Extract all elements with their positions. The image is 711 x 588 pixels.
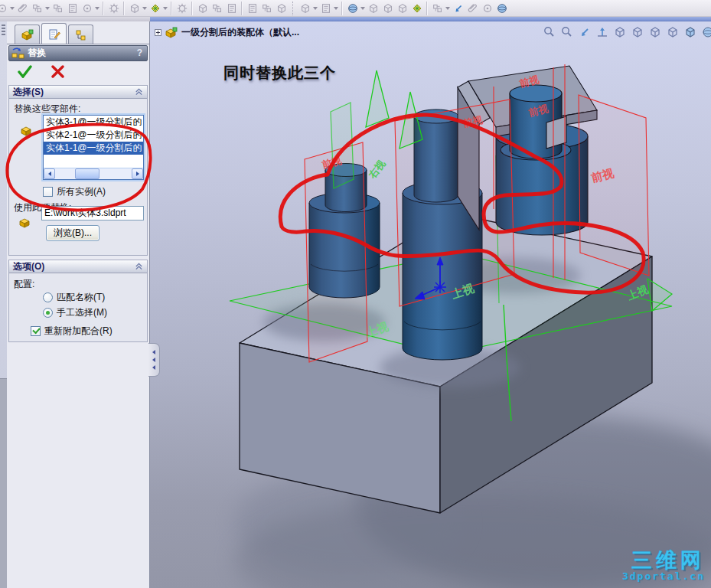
watermark-line2: 3dportal.cn	[622, 571, 705, 582]
move-component-icon[interactable]	[51, 2, 65, 15]
tab-propertymanager[interactable]	[41, 23, 67, 44]
selection-group-header[interactable]: 选择(S)	[9, 86, 147, 99]
manual-select-label: 手工选择(M)	[57, 306, 107, 319]
toolbar-separator	[426, 2, 428, 15]
smart-mate-icon[interactable]	[148, 2, 162, 15]
section-view-icon[interactable]	[595, 24, 610, 39]
wireframe-icon[interactable]	[665, 24, 680, 39]
scroll-right-button[interactable]	[132, 168, 143, 179]
tree-expand-icon[interactable]	[155, 29, 161, 36]
panel-collapse-handle[interactable]	[148, 343, 160, 377]
all-instances-label: 所有实例(A)	[57, 185, 106, 198]
dropdown-caret[interactable]	[9, 2, 15, 15]
assembly-settings-icon[interactable]	[106, 2, 121, 15]
replace-icon	[11, 47, 24, 62]
edit-color-icon[interactable]	[0, 2, 9, 15]
hidden-lines-visible-icon[interactable]	[647, 24, 663, 39]
configuration-label: 配置:	[14, 278, 34, 291]
propertymanager-icon	[48, 28, 60, 41]
cylinder-feature-icon[interactable]	[480, 2, 494, 15]
edit-component-icon[interactable]	[127, 2, 142, 15]
feature-tree-label: 一级分割后的装配体（默认...	[181, 26, 299, 39]
hidden-lines-removed-icon[interactable]	[630, 24, 645, 39]
manual-select-radio[interactable]: 手工选择(M)	[43, 306, 107, 319]
toolbar-separator	[341, 2, 343, 15]
scroll-left-button[interactable]	[44, 168, 55, 179]
mate-icon[interactable]	[174, 2, 189, 15]
replacement-path-input[interactable]	[41, 206, 144, 220]
feature-tree-root[interactable]: 一级分割后的装配体（默认...	[155, 26, 299, 39]
replace-components-icon[interactable]	[274, 2, 289, 15]
reattach-mates-checkbox[interactable]: 重新附加配合(R)	[31, 325, 113, 338]
zoom-area-icon[interactable]	[559, 24, 575, 39]
attachment-icon[interactable]	[15, 2, 30, 15]
options-group-header[interactable]: 选项(O)	[9, 260, 147, 273]
rotate-component-icon[interactable]	[80, 2, 94, 15]
dropdown-caret[interactable]	[360, 2, 366, 15]
sphere-feature-icon[interactable]	[494, 2, 509, 15]
toolbar-separator	[292, 2, 294, 15]
snapshot-icon[interactable]	[318, 2, 333, 15]
new-assembly-icon[interactable]	[259, 2, 274, 15]
shaded-with-edges-icon[interactable]	[683, 24, 698, 39]
all-instances-checkbox[interactable]: 所有实例(A)	[43, 185, 106, 198]
toolbar-separator	[103, 2, 104, 15]
match-name-label: 匹配名称(T)	[57, 291, 105, 304]
flex-icon[interactable]	[465, 2, 480, 15]
dropdown-caret[interactable]	[312, 2, 318, 15]
dropdown-caret[interactable]	[445, 2, 451, 15]
list-item[interactable]: 实体3-1@一级分割后的	[44, 116, 143, 129]
component-preview-icon[interactable]	[65, 2, 80, 15]
dropdown-caret[interactable]	[94, 2, 100, 15]
cancel-button[interactable]	[51, 65, 65, 80]
selection-filter-icon[interactable]	[298, 2, 312, 15]
match-name-radio[interactable]: 匹配名称(T)	[43, 291, 105, 304]
explode-line-sketch-icon[interactable]	[224, 2, 239, 15]
components-listbox[interactable]: 实体3-1@一级分割后的 实体2-1@一级分割后的 实体1-1@一级分割后的	[43, 115, 144, 180]
scroll-thumb[interactable]	[75, 168, 99, 179]
horizontal-scrollbar[interactable]	[44, 168, 143, 179]
fillet-icon[interactable]	[345, 2, 360, 15]
scroll-track[interactable]	[55, 168, 132, 179]
panel-tabs	[15, 23, 93, 44]
browse-button[interactable]: 浏览(B)...	[46, 225, 99, 241]
radio-circle	[43, 292, 53, 302]
list-item-selected[interactable]: 实体1-1@一级分割后的	[44, 142, 143, 155]
dropdown-caret[interactable]	[44, 2, 51, 15]
move-face-icon[interactable]	[451, 2, 465, 15]
new-part-icon[interactable]	[245, 2, 259, 15]
ok-button[interactable]	[18, 65, 32, 80]
view-orientation-icon[interactable]	[612, 24, 628, 39]
interference-detection-icon[interactable]	[195, 2, 210, 15]
tab-configurationmanager[interactable]	[68, 24, 93, 44]
extruded-cut-icon[interactable]	[380, 2, 395, 15]
show-hidden-components-icon[interactable]	[30, 2, 44, 15]
right-plane-label: 右视	[366, 157, 388, 181]
part-icon	[20, 126, 33, 137]
checkbox-box	[43, 187, 53, 197]
tab-featuremanager[interactable]	[15, 24, 40, 44]
zoom-fit-icon[interactable]	[542, 24, 557, 39]
graphics-viewport[interactable]: 前视 前视 前视 前视 前视 右视 上视 上视 上视 一级分割后的装配体（默认.…	[150, 21, 711, 588]
options-header-label: 选项(O)	[13, 260, 44, 273]
chamfer-icon[interactable]	[366, 2, 380, 15]
dropdown-caret[interactable]	[162, 2, 168, 15]
grip-dots-icon	[2, 24, 5, 26]
docked-toolbar-handle[interactable]	[0, 21, 7, 588]
dropdown-caret[interactable]	[142, 2, 148, 15]
exploded-view-icon[interactable]	[210, 2, 224, 15]
help-button[interactable]: ?	[137, 47, 142, 58]
hole-wizard-icon[interactable]	[409, 2, 424, 15]
watermark-line1: 三维网	[622, 550, 705, 571]
options-groupbox: 选项(O) 配置: 匹配名称(T) 手工选择(M) 重新附加配合(R)	[8, 260, 148, 342]
list-item[interactable]: 实体2-1@一级分割后的	[44, 129, 143, 142]
previous-view-icon[interactable]	[577, 24, 592, 39]
shaded-icon[interactable]	[700, 24, 711, 39]
watermark: 三维网 3dportal.cn	[622, 550, 705, 582]
view-toolbar	[542, 24, 711, 39]
selection-groupbox: 选择(S) 替换这些零部件: 实体3-1@一级分割后的 实体2-1@一级分割后的…	[8, 85, 148, 256]
linear-pattern-icon[interactable]	[430, 2, 445, 15]
shell-icon[interactable]	[395, 2, 409, 15]
dropdown-caret[interactable]	[333, 2, 339, 15]
propertymanager-panel: 替换 ? 选择(S) 替换这些零部件: 实体3-1@一级分割后的 实体2-1@一…	[7, 21, 150, 588]
